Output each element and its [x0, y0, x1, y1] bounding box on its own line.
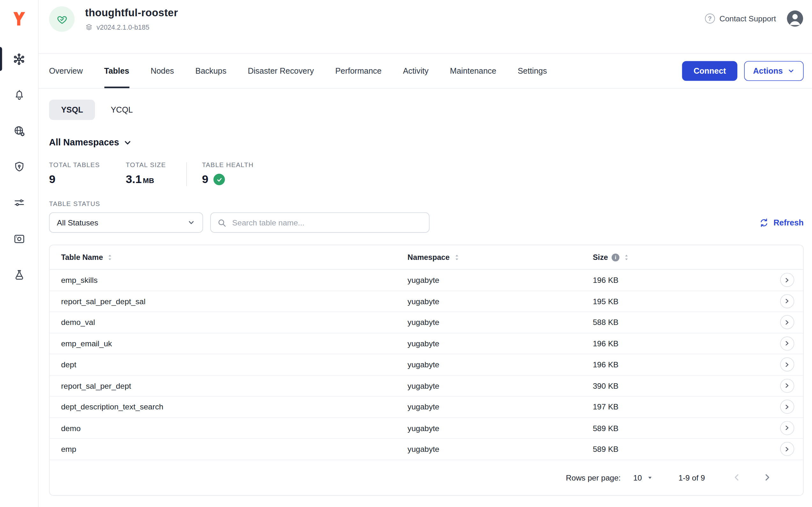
table-row[interactable]: emp yugabyte 589 KB [49, 439, 803, 460]
column-label: Namespace [408, 253, 450, 262]
yugabyte-logo[interactable] [12, 7, 26, 30]
tab-disaster-recovery[interactable]: Disaster Recovery [248, 54, 314, 88]
cell-size: 196 KB [593, 339, 771, 348]
row-expand-button[interactable] [780, 379, 794, 393]
table-row[interactable]: emp_skills yugabyte 196 KB [49, 270, 803, 291]
tab-backups[interactable]: Backups [196, 54, 226, 88]
cell-size: 588 KB [593, 318, 771, 327]
chevron-right-icon [784, 404, 790, 410]
cell-namespace: yugabyte [408, 297, 593, 306]
previous-page-button[interactable] [731, 471, 743, 483]
main: thoughtful-rooster v2024.2.1.0-b185 ? Co… [39, 0, 812, 507]
table-row[interactable]: demo_val yugabyte 588 KB [49, 312, 803, 333]
api-toggle: YSQL YCQL [49, 100, 804, 120]
tab-ysql[interactable]: YSQL [49, 100, 95, 120]
tab-nodes[interactable]: Nodes [151, 54, 174, 88]
status-select[interactable]: All Statuses [49, 212, 203, 233]
sidebar-item-monitoring[interactable] [0, 226, 38, 252]
tab-bar: OverviewTablesNodesBackupsDisaster Recov… [39, 54, 812, 89]
tab-settings[interactable]: Settings [518, 54, 547, 88]
chevron-down-icon [123, 138, 132, 147]
version-label: v2024.2.1.0-b185 [97, 23, 150, 32]
row-expand-button[interactable] [780, 357, 794, 372]
row-expand-button[interactable] [780, 400, 794, 414]
shield-lock-icon [13, 161, 25, 173]
stat-value: 3.1MB [126, 173, 186, 186]
row-expand-button[interactable] [780, 421, 794, 435]
tab-ycql[interactable]: YCQL [99, 100, 145, 120]
rows-per-page-value: 10 [633, 473, 642, 482]
sort-icon[interactable] [623, 254, 630, 261]
rows-per-page-select[interactable]: 10 [633, 473, 653, 482]
actions-button[interactable]: Actions [744, 61, 803, 81]
cell-namespace: yugabyte [408, 402, 593, 411]
table-row[interactable]: report_sal_per_dept_sal yugabyte 195 KB [49, 291, 803, 312]
chevron-right-icon [784, 277, 790, 283]
search-icon [217, 218, 226, 227]
refresh-button[interactable]: Refresh [759, 218, 804, 227]
contact-support-link[interactable]: ? Contact Support [705, 14, 776, 23]
info-icon[interactable]: i [612, 253, 620, 261]
heart-check-icon [49, 6, 75, 32]
sidebar-item-clusters[interactable] [0, 46, 38, 72]
row-expand-button[interactable] [780, 294, 794, 308]
filter-row: All Statuses [49, 212, 804, 233]
sidebar-item-security[interactable] [0, 154, 38, 180]
sort-icon[interactable] [107, 254, 113, 261]
search-input[interactable] [231, 218, 423, 227]
chevron-right-icon [761, 471, 773, 483]
row-expand-button[interactable] [780, 315, 794, 329]
column-label: Table Name [61, 253, 103, 262]
clusters-icon [12, 52, 25, 65]
namespace-filter[interactable]: All Namespaces [49, 137, 132, 148]
connect-button[interactable]: Connect [682, 61, 737, 81]
rows-per-page-label: Rows per page: [566, 473, 620, 482]
cell-table-name: emp_email_uk [61, 339, 407, 348]
tab-activity[interactable]: Activity [403, 54, 428, 88]
tab-maintenance[interactable]: Maintenance [450, 54, 496, 88]
tab-actions: Connect Actions [682, 54, 804, 88]
question-circle-icon: ? [705, 14, 715, 23]
table-status-label: TABLE STATUS [49, 200, 804, 208]
table-row[interactable]: demo yugabyte 589 KB [49, 418, 803, 439]
flask-icon [13, 269, 25, 281]
table-row[interactable]: dept_description_text_search yugabyte 19… [49, 397, 803, 418]
row-expand-button[interactable] [780, 442, 794, 456]
table-row[interactable]: dept yugabyte 196 KB [49, 354, 803, 375]
tab-tables[interactable]: Tables [104, 54, 129, 88]
table-row[interactable]: emp_email_uk yugabyte 196 KB [49, 333, 803, 354]
user-avatar[interactable] [787, 10, 804, 27]
cluster-header: thoughtful-rooster v2024.2.1.0-b185 ? Co… [39, 0, 812, 54]
refresh-label: Refresh [773, 218, 803, 227]
cell-table-name: report_sal_per_dept_sal [61, 297, 407, 306]
sidebar-nav [0, 46, 38, 298]
stat-table-health: TABLE HEALTH 9 [202, 161, 254, 186]
column-size[interactable]: Size i [593, 253, 771, 262]
table-header: Table Name Namespace Size i [49, 245, 803, 270]
sidebar-item-network[interactable] [0, 118, 38, 144]
tab-overview[interactable]: Overview [49, 54, 83, 88]
sidebar-item-integrations[interactable] [0, 190, 38, 216]
table-row[interactable]: report_sal_per_dept yugabyte 390 KB [49, 375, 803, 396]
cell-size: 589 KB [593, 445, 771, 453]
status-select-value: All Statuses [57, 218, 98, 227]
row-expand-button[interactable] [780, 273, 794, 287]
column-table-name[interactable]: Table Name [61, 253, 407, 262]
column-namespace[interactable]: Namespace [408, 253, 593, 262]
cell-table-name: dept_description_text_search [61, 402, 407, 411]
cell-table-name: dept [61, 360, 407, 369]
size-number: 3.1 [126, 173, 142, 186]
tab-performance[interactable]: Performance [335, 54, 381, 88]
tab-list: OverviewTablesNodesBackupsDisaster Recov… [49, 54, 547, 88]
version-row: v2024.2.1.0-b185 [85, 23, 178, 32]
sidebar-item-alerts[interactable] [0, 82, 38, 108]
sidebar-item-labs[interactable] [0, 262, 38, 288]
next-page-button[interactable] [761, 471, 773, 483]
sort-icon[interactable] [453, 254, 460, 261]
chevron-right-icon [784, 319, 790, 326]
cell-table-name: emp [61, 445, 407, 453]
cell-size: 589 KB [593, 424, 771, 432]
chevron-down-icon [788, 67, 795, 75]
actions-button-label: Actions [753, 66, 783, 75]
row-expand-button[interactable] [780, 336, 794, 350]
